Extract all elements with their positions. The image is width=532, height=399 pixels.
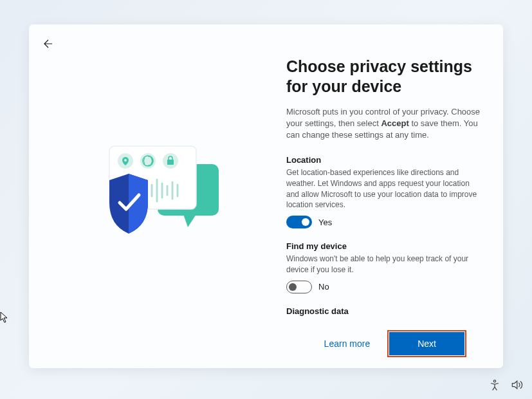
svg-point-21 (493, 380, 495, 382)
accessibility-icon[interactable] (488, 378, 501, 391)
learn-more-link[interactable]: Learn more (316, 333, 378, 354)
illustration-panel (29, 24, 286, 368)
setting-description: Get location-based experiences like dire… (286, 167, 479, 210)
toggle-knob (289, 283, 297, 291)
bottom-icons (488, 378, 523, 391)
toggle-label: Yes (318, 218, 332, 227)
location-toggle[interactable] (286, 216, 312, 228)
footer: Learn more Next (286, 319, 484, 368)
back-arrow-icon (42, 38, 54, 50)
toggle-row: No (286, 281, 479, 293)
setting-find-my-device: Find my device Windows won't be able to … (286, 241, 479, 293)
setting-diagnostic-data: Diagnostic data Send info about the webs… (286, 306, 479, 319)
toggle-knob (302, 218, 309, 226)
settings-scroll[interactable]: Location Get location-based experiences … (286, 155, 484, 319)
settings-panel: Choose privacy settings for your device … (286, 24, 503, 368)
privacy-illustration (84, 132, 232, 261)
content-wrapper: Choose privacy settings for your device … (29, 24, 503, 368)
setting-title: Location (286, 155, 479, 165)
next-button[interactable]: Next (389, 332, 464, 355)
page-title: Choose privacy settings for your device (286, 57, 484, 97)
setup-card: Choose privacy settings for your device … (29, 24, 503, 368)
svg-marker-1 (183, 214, 196, 227)
setting-title: Diagnostic data (286, 306, 479, 316)
setting-location: Location Get location-based experiences … (286, 155, 479, 228)
page-description: Microsoft puts in you control of your pr… (286, 106, 484, 142)
toggle-row: Yes (286, 216, 479, 228)
volume-icon[interactable] (510, 378, 523, 391)
find-my-device-toggle[interactable] (286, 281, 312, 293)
toggle-label: No (318, 282, 329, 292)
svg-point-4 (124, 159, 127, 162)
back-button[interactable] (41, 36, 56, 51)
svg-rect-8 (167, 160, 174, 165)
setting-description: Windows won't be able to help you keep t… (286, 254, 479, 275)
setting-title: Find my device (286, 241, 479, 251)
cursor-icon (0, 311, 9, 323)
